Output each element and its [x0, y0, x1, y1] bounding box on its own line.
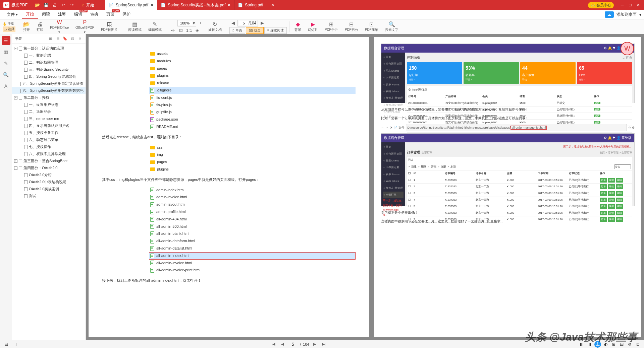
pdf-to-image-button[interactable]: 🖼PDF转图片 — [98, 21, 120, 33]
bookmark-item[interactable]: 三、remember me — [12, 115, 86, 122]
tab-close-icon[interactable]: ✕ — [150, 3, 154, 7]
document-tab[interactable]: ⌂开始 — [78, 0, 105, 10]
pdf-to-office-button[interactable]: WPDF转Office ▾ — [47, 19, 71, 34]
tab-close-icon[interactable]: ✕ — [271, 3, 274, 7]
open-button[interactable]: 📂打开 — [20, 21, 33, 33]
sb-sync-icon[interactable]: 主 — [594, 341, 601, 348]
bookmark-item[interactable]: 二、初识权限管理 — [12, 59, 86, 66]
hand-tool[interactable]: ✋ 手型 — [3, 21, 15, 26]
sb-icon-2[interactable]: ◨ — [586, 341, 593, 348]
background-button[interactable]: ◆背景 — [292, 21, 304, 33]
actual-size-icon[interactable]: 1:1 — [185, 27, 193, 34]
menu-item[interactable]: 转换 — [86, 10, 102, 19]
bookmark-item[interactable]: OAuth2.0实战案例 — [12, 186, 86, 193]
bookmark-item[interactable]: OAuth2.0中表结构说明 — [12, 179, 86, 186]
bookmark-item[interactable]: −第一部分：认证功能实现 — [12, 45, 86, 52]
merge-button[interactable]: ⊞PDF合并 — [322, 21, 341, 33]
cloud-sync-button[interactable]: ☁ — [605, 11, 614, 18]
sb-icon-6[interactable]: ⚙ — [627, 341, 633, 348]
menu-item[interactable]: 注释 — [54, 10, 70, 19]
first-page-button[interactable]: |◀ — [269, 341, 277, 347]
open-file-icon[interactable]: 📂 — [34, 1, 41, 9]
bookmark-item[interactable]: 六、SpringSecurity使用数据库数据完 — [12, 87, 86, 94]
print-icon[interactable]: 🖨 — [51, 1, 58, 9]
bookmark-item[interactable]: 四、Spring Security过滤器链 — [12, 73, 86, 80]
fit-visible-icon[interactable]: ◈ — [194, 27, 201, 34]
bookmark-item[interactable]: 一、设置用户状态 — [12, 101, 86, 108]
slideshow-button[interactable]: ▶幻灯片 — [305, 21, 321, 33]
print-button[interactable]: 🖨打印 — [34, 21, 46, 33]
double-page-button[interactable]: ▯▯ 双页 — [246, 27, 264, 34]
split-button[interactable]: ⊟PDF拆分 — [342, 21, 361, 33]
sidebar-close-icon[interactable]: ✕ — [77, 36, 83, 42]
collapse-all-icon[interactable]: ⊟ — [55, 36, 61, 42]
document-tab[interactable]: 📄Spring.pdf✕ — [234, 0, 278, 10]
menu-item[interactable]: 开始 — [22, 10, 38, 19]
sb-icon-7[interactable]: ⊡ — [635, 341, 641, 348]
bookmark-item[interactable]: 五、SpringSecurity使用自定义认证页 — [12, 80, 86, 87]
select-tool[interactable]: ▭ 选择 — [3, 26, 15, 32]
tree-toggle-icon[interactable]: + — [14, 159, 17, 163]
bookmark-item[interactable]: 八、权限不足异常处理 — [12, 150, 86, 157]
document-tab[interactable]: 📄SpringSecurity.pdf✕ — [105, 0, 157, 10]
search-button[interactable]: 🔍搜索文字 — [382, 21, 401, 33]
bookmark-item[interactable]: −第四部分：OAuth2.0 — [12, 164, 86, 171]
bookmark-item[interactable]: −第二部分：授权 — [12, 94, 86, 101]
compress-button[interactable]: ⊡PDF压缩 — [362, 21, 381, 33]
menu-item[interactable]: 阅读 — [38, 10, 54, 19]
expand-all-icon[interactable]: ⊞ — [47, 36, 53, 42]
page-input[interactable] — [239, 21, 249, 25]
bookmark-add-icon[interactable]: 🔖 — [62, 36, 68, 42]
tab-close-icon[interactable]: ✕ — [227, 3, 231, 7]
sb-icon-3[interactable]: ◐ — [602, 341, 609, 348]
attachments-rail-icon[interactable]: 🔍 — [2, 70, 10, 79]
bookmark-item[interactable]: +第三部分：整合SpringBoot — [12, 157, 86, 164]
tree-toggle-icon[interactable]: − — [14, 96, 17, 99]
fit-page-icon[interactable]: ⊡ — [177, 27, 185, 34]
fit-width-icon[interactable]: ⇔ — [169, 27, 177, 34]
prev-page-icon[interactable]: ◀ — [229, 20, 237, 26]
bookmark-item[interactable]: 一、案例介绍 — [12, 52, 86, 59]
edit-mode-button[interactable]: ✎编辑模式 — [146, 21, 164, 33]
bookmark-item[interactable]: 七、授权操作 — [12, 143, 86, 150]
menu-item[interactable]: 保护 — [118, 10, 135, 19]
sb-icon-1[interactable]: ◧ — [578, 341, 585, 348]
bookmark-item[interactable]: 测试 — [12, 193, 86, 200]
sb-page-icon[interactable]: ▯ — [12, 341, 19, 348]
redo-icon[interactable]: ↷ — [68, 1, 76, 9]
tree-toggle-icon[interactable]: − — [14, 166, 17, 170]
menu-item[interactable]: 页面NEW — [102, 10, 118, 19]
bookmark-options-icon[interactable]: ⊡ — [69, 36, 75, 42]
layers-rail-icon[interactable]: A — [2, 82, 10, 90]
menu-more-icon[interactable]: ▾ — [639, 12, 641, 17]
float-word-button[interactable]: W — [621, 42, 634, 55]
last-page-button[interactable]: ▶| — [320, 341, 328, 347]
bookmark-item[interactable]: 三、初识Spring Security — [12, 66, 86, 73]
bookmark-item[interactable]: 四、显示当前认证用户名 — [12, 122, 86, 129]
minimize-icon[interactable]: ─ — [619, 1, 626, 9]
thumbnails-rail-icon[interactable]: ▦ — [2, 48, 10, 56]
continuous-button[interactable]: ≡ 连续阅读 — [264, 27, 287, 34]
undo-icon[interactable]: ↶ — [60, 1, 67, 9]
tree-toggle-icon[interactable]: − — [14, 47, 17, 50]
next-page-button[interactable]: ▶ — [311, 341, 318, 347]
sb-icon-4[interactable]: ⊞ — [610, 341, 617, 348]
office-to-pdf-button[interactable]: POffice转PDF ▾ — [73, 19, 97, 34]
close-icon[interactable]: ✕ — [635, 1, 642, 9]
sb-layout-icon[interactable]: ▤ — [3, 341, 9, 348]
bookmarks-rail-icon[interactable]: ☰ — [2, 36, 10, 45]
zoom-out-icon[interactable]: − — [169, 20, 177, 26]
vip-badge[interactable]: 👑 会员中心 — [588, 2, 614, 8]
status-page-input[interactable] — [288, 342, 298, 347]
bookmark-item[interactable]: OAuth2.0介绍 — [12, 171, 86, 179]
bookmark-item[interactable]: 五、授权准备工作 — [12, 129, 86, 136]
menu-file[interactable]: 文件 ▾ — [3, 10, 22, 19]
add-desktop-link[interactable]: 添加到桌面 — [616, 12, 637, 17]
zoom-dropdown-icon[interactable]: ▾ — [192, 21, 196, 25]
next-page-icon[interactable]: ▶ — [259, 20, 266, 26]
menu-item[interactable]: 编辑NEW — [70, 10, 86, 19]
document-tab[interactable]: 📄Spring Security实战 - 陈木鑫.pdf✕ — [157, 0, 234, 10]
zoom-input[interactable] — [178, 21, 192, 25]
maximize-icon[interactable]: □ — [627, 1, 634, 9]
prev-page-button[interactable]: ◀ — [279, 341, 286, 347]
